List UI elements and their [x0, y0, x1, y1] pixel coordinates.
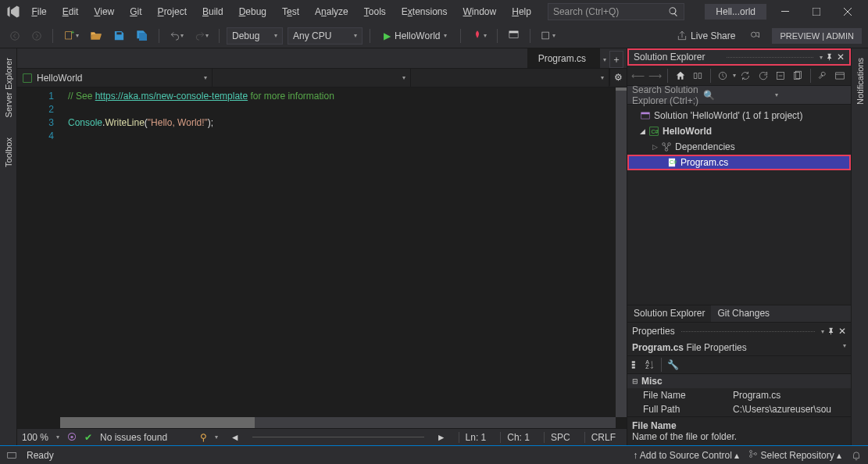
save-button[interactable]: [110, 27, 128, 45]
menu-debug[interactable]: Debug: [232, 3, 273, 20]
menu-window[interactable]: Window: [456, 3, 504, 20]
editor-tab-program[interactable]: Program.cs: [527, 48, 600, 68]
zoom-level[interactable]: 100 %: [22, 432, 48, 443]
output-icon[interactable]: [6, 450, 17, 461]
minimize-button[interactable]: [770, 1, 801, 23]
close-icon[interactable]: ✕: [838, 326, 846, 337]
menu-edit[interactable]: Edit: [55, 3, 86, 20]
nav-back-button[interactable]: [6, 27, 23, 45]
tree-dependencies-node[interactable]: ▷ Dependencies: [627, 139, 851, 155]
tab-add-button[interactable]: ＋: [609, 51, 623, 68]
panel-menu-icon[interactable]: ▾: [820, 54, 823, 61]
feedback-button[interactable]: [746, 27, 764, 45]
properties-category-misc[interactable]: ⊟Misc: [627, 374, 851, 388]
close-button[interactable]: [832, 1, 863, 23]
horizontal-scrollbar[interactable]: [60, 417, 616, 428]
open-button[interactable]: [87, 27, 105, 45]
menu-project[interactable]: Project: [151, 3, 194, 20]
code-content[interactable]: // See https://aka.ms/new-console-templa…: [60, 87, 627, 428]
eol-indicator[interactable]: CRLF: [584, 432, 622, 443]
notifications-tab[interactable]: Notifications: [854, 55, 866, 108]
vertical-scrollbar[interactable]: [616, 87, 627, 417]
pin-icon[interactable]: [827, 327, 835, 335]
properties-icon[interactable]: [816, 68, 830, 84]
select-repo-button[interactable]: Select Repository ▴: [748, 449, 841, 461]
tree-solution-node[interactable]: Solution 'HelloWorld' (1 of 1 project): [627, 108, 851, 123]
properties-subject[interactable]: Program.cs File Properties ▾: [627, 340, 851, 355]
collapse-icon[interactable]: [773, 68, 788, 84]
nav-member-combo[interactable]: ▾: [411, 69, 609, 87]
config-combo[interactable]: Debug▾: [227, 27, 283, 45]
add-source-control-button[interactable]: ↑ Add to Source Control ▴: [633, 450, 739, 461]
menu-help[interactable]: Help: [505, 3, 538, 20]
undo-button[interactable]: ▾: [166, 27, 187, 45]
maximize-button[interactable]: [801, 1, 832, 23]
issues-text[interactable]: No issues found: [100, 432, 167, 443]
tb-extra1-button[interactable]: [505, 27, 523, 45]
window-controls: [770, 1, 863, 23]
alphabetical-icon[interactable]: AZ: [645, 359, 655, 370]
menu-tools[interactable]: Tools: [357, 3, 393, 20]
expander-closed-icon[interactable]: ▷: [652, 143, 658, 151]
redo-button[interactable]: ▾: [191, 27, 212, 45]
pending-icon[interactable]: [716, 68, 730, 84]
search-input[interactable]: Search (Ctrl+Q): [548, 3, 684, 20]
error-indicator-icon[interactable]: ⦿: [67, 432, 77, 443]
tab-git-changes[interactable]: Git Changes: [711, 305, 776, 322]
code-editor[interactable]: 1 2 3 4 // See https://aka.ms/new-consol…: [17, 87, 627, 428]
menu-test[interactable]: Test: [275, 3, 306, 20]
hot-reload-button[interactable]: ▾: [468, 27, 490, 45]
nav-scope-combo[interactable]: HelloWorld ▾: [17, 69, 213, 87]
col-indicator[interactable]: Ch: 1: [500, 432, 536, 443]
close-icon[interactable]: ✕: [837, 52, 845, 62]
categorize-icon[interactable]: [630, 359, 641, 370]
svg-rect-9: [23, 73, 32, 82]
tab-dropdown-button[interactable]: ▾: [600, 51, 609, 68]
refresh-icon[interactable]: [755, 68, 770, 84]
prop-row-filename[interactable]: File NameProgram.cs: [627, 388, 851, 402]
show-all-icon[interactable]: [790, 68, 805, 84]
nav-fwd-button[interactable]: [28, 27, 45, 45]
menu-view[interactable]: View: [87, 3, 121, 20]
preview-icon[interactable]: [833, 68, 848, 84]
platform-combo[interactable]: Any CPU▾: [288, 27, 363, 45]
toolbox-tab[interactable]: Toolbox: [2, 134, 15, 170]
svg-rect-26: [632, 366, 635, 368]
properties-header[interactable]: Properties ▾ ✕: [627, 323, 851, 340]
new-item-button[interactable]: ▾: [60, 27, 82, 45]
switch-views-icon[interactable]: [691, 68, 705, 84]
menu-analyze[interactable]: Analyze: [308, 3, 355, 20]
sync-icon[interactable]: [738, 68, 753, 84]
search-icon: [668, 6, 679, 17]
expander-open-icon[interactable]: ◢: [640, 127, 645, 135]
start-debug-button[interactable]: ▶ HelloWorld ▾: [377, 27, 453, 45]
back-icon[interactable]: ⟵: [630, 68, 645, 84]
pin-icon[interactable]: [826, 53, 834, 61]
menu-git[interactable]: Git: [123, 3, 148, 20]
live-share-button[interactable]: Live Share: [673, 27, 738, 45]
screwdriver-icon[interactable]: ⚲: [200, 432, 207, 443]
nav-type-combo[interactable]: ▾: [213, 69, 411, 87]
tree-project-node[interactable]: ◢ C# HelloWorld: [627, 123, 851, 139]
prop-row-fullpath[interactable]: Full PathC:\Users\azureuser\sou: [627, 402, 851, 416]
tree-file-program[interactable]: C# Program.cs: [627, 155, 851, 170]
title-bar: File Edit View Git Project Build Debug T…: [0, 0, 868, 23]
menu-file[interactable]: File: [24, 3, 53, 20]
wrench-icon[interactable]: 🔧: [667, 359, 679, 370]
save-all-button[interactable]: [133, 27, 152, 45]
server-explorer-tab[interactable]: Server Explorer: [2, 55, 15, 120]
tab-solution-explorer[interactable]: Solution Explorer: [627, 305, 711, 322]
nav-settings-button[interactable]: ⚙: [609, 69, 627, 86]
solution-tree: Solution 'HelloWorld' (1 of 1 project) ◢…: [627, 105, 851, 305]
line-indicator[interactable]: Ln: 1: [459, 432, 493, 443]
indent-indicator[interactable]: SPC: [544, 432, 577, 443]
solution-explorer-header[interactable]: Solution Explorer ▾ ✕: [627, 48, 851, 66]
solution-search-input[interactable]: Search Solution Explorer (Ctrl+;) 🔍▾: [627, 86, 851, 105]
tb-extra2-button[interactable]: ▾: [538, 27, 559, 45]
fwd-icon[interactable]: ⟶: [648, 68, 663, 84]
notifications-bell-icon[interactable]: [851, 450, 862, 461]
menu-extensions[interactable]: Extensions: [395, 3, 455, 20]
home-icon[interactable]: [673, 68, 688, 84]
svg-point-8: [752, 32, 756, 37]
menu-build[interactable]: Build: [195, 3, 230, 20]
